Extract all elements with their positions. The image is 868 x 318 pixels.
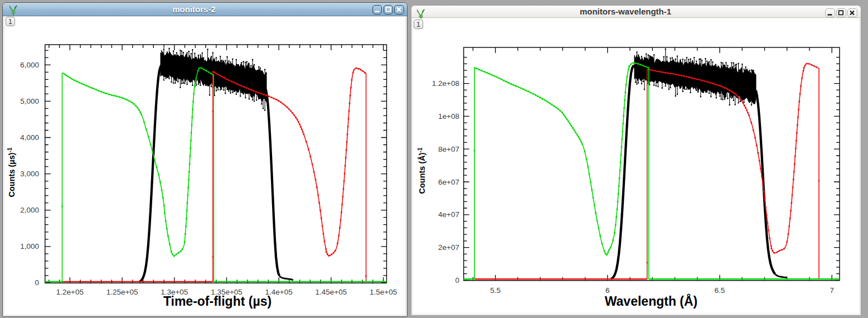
svg-text:2e+07: 2e+07 (438, 243, 459, 252)
svg-text:4e+07: 4e+07 (438, 210, 459, 219)
svg-text:6.5: 6.5 (715, 286, 725, 295)
svg-text:5,000: 5,000 (20, 97, 39, 105)
svg-text:4,000: 4,000 (20, 133, 39, 142)
svg-text:1.25e+05: 1.25e+05 (106, 288, 138, 296)
svg-text:0: 0 (455, 276, 459, 285)
svg-text:1.5e+05: 1.5e+05 (370, 288, 397, 296)
svg-text:1e+08: 1e+08 (438, 112, 459, 121)
svg-text:1.2e+05: 1.2e+05 (56, 288, 84, 296)
svg-text:1,000: 1,000 (20, 242, 39, 250)
svg-text:6: 6 (605, 286, 610, 295)
svg-text:5.5: 5.5 (490, 286, 501, 295)
svg-text:6,000: 6,000 (20, 61, 39, 69)
svg-text:1.45e+05: 1.45e+05 (316, 288, 347, 296)
svg-text:7: 7 (830, 286, 834, 295)
svg-text:2,000: 2,000 (20, 206, 39, 214)
svg-text:Wavelength (Å): Wavelength (Å) (605, 293, 698, 309)
svg-text:Counts (µs)-1: Counts (µs)-1 (7, 147, 16, 197)
svg-text:1.2e+08: 1.2e+08 (432, 79, 459, 88)
svg-text:Counts (Å)-1: Counts (Å)-1 (417, 147, 426, 194)
svg-text:3,000: 3,000 (20, 170, 39, 178)
svg-text:6e+07: 6e+07 (438, 178, 459, 186)
svg-text:Time-of-flight (µs): Time-of-flight (µs) (163, 294, 271, 309)
svg-text:0: 0 (35, 278, 39, 287)
svg-text:8e+07: 8e+07 (438, 145, 459, 153)
